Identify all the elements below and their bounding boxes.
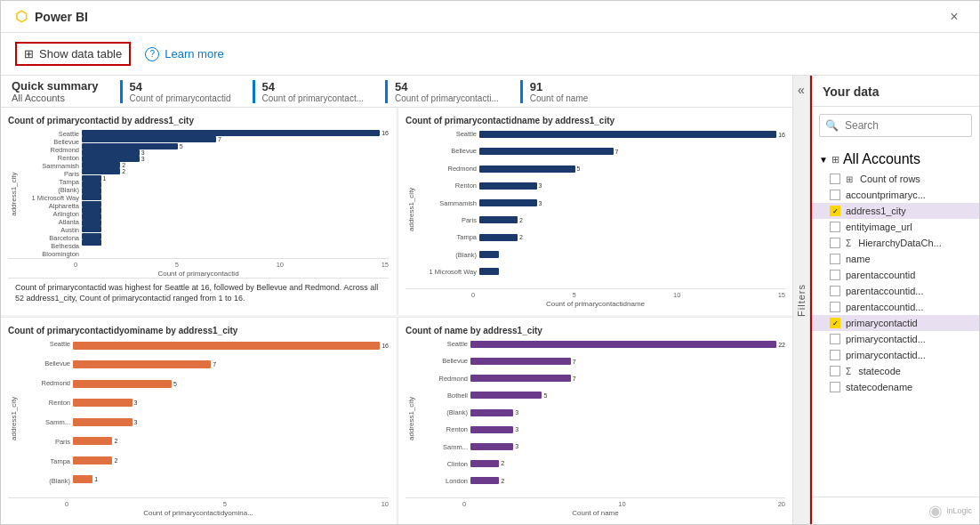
tree-item-parentaccountid2[interactable]: parentaccountid... <box>812 283 979 299</box>
tree-item-entityimage-url[interactable]: entityimage_url <box>812 219 979 235</box>
tree-item-label: statecodename <box>846 382 912 392</box>
tree-parent-all-accounts[interactable]: ▼ ⊞ All Accounts <box>812 148 979 171</box>
tree-item-address1-city[interactable]: ✓ address1_city <box>812 203 979 219</box>
tree-item-label: name <box>846 254 871 264</box>
table-icon: ⊞ <box>24 47 34 61</box>
checkbox-address1-city[interactable]: ✓ <box>830 206 840 216</box>
bar-row: 3 <box>73 416 389 427</box>
bar-row: 3 <box>470 408 785 417</box>
bar <box>470 460 499 467</box>
stat-1: 54 Count of primarycontactid <box>120 80 231 103</box>
checkbox-name[interactable] <box>830 254 840 264</box>
bar-value: 1 <box>103 175 107 182</box>
title-bar: ⬡ Power BI × <box>1 1 979 33</box>
tree-item-parentaccountid[interactable]: parentaccountid <box>812 267 979 283</box>
bar-value: 3 <box>539 200 542 206</box>
window-title: Power BI <box>35 10 88 24</box>
bar-row: 5 <box>73 378 389 389</box>
checkbox-accountprimaryc[interactable] <box>830 190 840 200</box>
bar <box>73 456 112 464</box>
tree-item-primarycontactid2[interactable]: primarycontactid... <box>812 331 979 347</box>
charts-area: Count of primarycontactid by address1_ci… <box>1 108 792 524</box>
y-label: Renton <box>417 425 470 433</box>
tree-item-hierarchydatach[interactable]: Σ HierarchyDataCh... <box>812 235 979 251</box>
tree-item-label: primarycontactid <box>846 318 918 328</box>
tree-item-statecode[interactable]: Σ statecode <box>812 363 979 379</box>
checkbox-parentaccountid[interactable] <box>830 270 840 280</box>
tree-item-name[interactable]: name <box>812 251 979 267</box>
bar <box>479 182 537 190</box>
bar <box>470 409 513 416</box>
chart-4-x-axis: 0 10 20 <box>406 497 785 508</box>
tree-item-accountprimaryc[interactable]: accountprimaryc... <box>812 187 979 203</box>
collapse-icon[interactable]: « <box>798 83 805 97</box>
filters-panel[interactable]: « Filters <box>792 76 810 524</box>
bar <box>82 226 101 232</box>
search-input[interactable] <box>819 114 972 137</box>
filters-label: Filters <box>796 284 807 317</box>
bar <box>82 207 101 214</box>
checkbox-statecodename[interactable] <box>830 382 840 392</box>
checkbox-statecode[interactable] <box>830 366 840 376</box>
checkbox-parentaccountid2[interactable] <box>830 286 840 296</box>
chart-1-bars: 16 7 5 3 3 2 2 1 <box>82 130 389 258</box>
tree-item-statecodename[interactable]: statecodename <box>812 379 979 395</box>
chart-2-content: address1_city Seattle Bellevue Redmond R… <box>406 130 785 288</box>
bar <box>470 341 776 348</box>
show-data-table-button[interactable]: ⊞ Show data table <box>15 42 131 66</box>
bar-row <box>82 239 389 246</box>
tree-item-primarycontactid[interactable]: ✓ primarycontactid <box>812 315 979 331</box>
y-label: Redmond <box>20 146 82 154</box>
bar-row: 5 <box>82 142 389 149</box>
checkbox-parentaccountid3[interactable] <box>830 302 840 312</box>
title-bar-left: ⬡ Power BI <box>15 8 88 25</box>
bar-row: 1 <box>82 175 389 182</box>
checkbox-primarycontactid2[interactable] <box>830 334 840 344</box>
bar <box>82 182 101 188</box>
toolbar: ⊞ Show data table ? Learn more <box>1 33 979 76</box>
checkbox-primarycontactid[interactable]: ✓ <box>830 318 840 328</box>
chart-3-title: Count of primarycontactidyominame by add… <box>8 325 389 336</box>
bar-value: 3 <box>141 149 145 156</box>
bar <box>470 375 571 382</box>
bar <box>82 201 101 207</box>
bar <box>82 188 101 194</box>
x-tick: 10 <box>673 291 680 299</box>
bar-row <box>82 188 389 194</box>
tree-item-parentaccountid3[interactable]: parentaccountid... <box>812 299 979 315</box>
summary-subtitle: All Accounts <box>12 93 99 103</box>
learn-more-button[interactable]: ? Learn more <box>145 47 223 61</box>
x-tick: 10 <box>618 500 625 508</box>
bar-row: 2 <box>82 162 389 168</box>
bar-row: 5 <box>470 391 785 400</box>
checkbox-count-of-rows[interactable] <box>830 174 840 184</box>
watermark: ◉ inLogic <box>812 497 979 524</box>
summary-bar: Quick summary All Accounts 54 Count of p… <box>1 76 792 108</box>
tree-item-label: primarycontactid... <box>846 350 926 360</box>
right-panel: Your data 🔍 ▼ ⊞ All Accounts ⊞ Count <box>810 76 979 524</box>
learn-more-label: Learn more <box>165 47 223 61</box>
bar-row: 7 <box>470 374 785 383</box>
bar-value: 3 <box>539 182 542 189</box>
checkbox-entityimage-url[interactable] <box>830 222 840 232</box>
main-window: ⬡ Power BI × ⊞ Show data table ? Learn m… <box>0 0 980 525</box>
bar <box>82 156 140 162</box>
chart-panel-1: Count of primarycontactid by address1_ci… <box>1 108 396 315</box>
bar-value: 7 <box>615 149 619 155</box>
bar-value: 2 <box>501 460 504 466</box>
bar-row: 22 <box>470 340 785 349</box>
close-button[interactable]: × <box>944 6 965 28</box>
bar <box>82 233 101 239</box>
checkbox-primarycontactid3[interactable] <box>830 350 840 360</box>
bar <box>82 149 140 156</box>
bar-value: 7 <box>218 136 221 142</box>
bar-row <box>82 214 389 220</box>
chart-panel-2: Count of primarycontactidname by address… <box>398 108 792 315</box>
y-label: 1 Microsoft Way <box>417 268 479 276</box>
checkbox-hierarchydatach[interactable] <box>830 238 840 248</box>
tree-item-primarycontactid3[interactable]: primarycontactid... <box>812 347 979 363</box>
x-tick: 0 <box>471 291 475 299</box>
tree-item-count-of-rows[interactable]: ⊞ Count of rows <box>812 171 979 187</box>
bar <box>73 360 211 368</box>
bar <box>82 220 101 226</box>
